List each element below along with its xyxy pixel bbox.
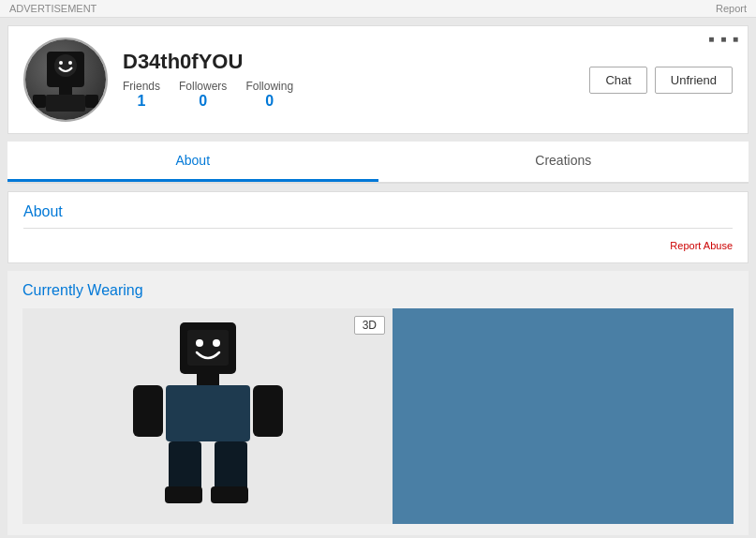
svg-point-11 [213, 339, 220, 347]
tab-about[interactable]: About [7, 142, 378, 182]
svg-point-2 [59, 61, 63, 65]
svg-rect-14 [133, 385, 163, 437]
about-divider [23, 228, 733, 229]
chat-button[interactable]: Chat [589, 67, 646, 94]
friends-label: Friends [123, 80, 160, 93]
svg-rect-16 [169, 441, 201, 493]
advertisement-label: ADVERTISEMENT [9, 3, 96, 14]
about-title: About [23, 203, 733, 220]
svg-rect-12 [197, 374, 219, 385]
svg-rect-13 [166, 385, 250, 441]
more-options-icon[interactable]: ■ ■ ■ [708, 34, 740, 44]
svg-point-3 [68, 61, 72, 65]
profile-left: D34th0fYOU Friends 1 Followers 0 Followi… [23, 37, 293, 122]
following-value: 0 [265, 93, 274, 110]
svg-rect-4 [59, 87, 72, 95]
username: D34th0fYOU [123, 50, 293, 74]
stat-followers: Followers 0 [179, 80, 227, 110]
stat-following: Following 0 [245, 80, 293, 110]
profile-info: D34th0fYOU Friends 1 Followers 0 Followi… [123, 50, 293, 110]
btn-3d[interactable]: 3D [354, 316, 385, 335]
following-label: Following [245, 80, 293, 93]
unfriend-button[interactable]: Unfriend [655, 67, 733, 94]
svg-point-10 [196, 339, 203, 347]
profile-actions: Chat Unfriend [589, 67, 733, 94]
followers-label: Followers [179, 80, 227, 93]
wearing-title: Currently Wearing [22, 282, 734, 299]
stat-friends: Friends 1 [123, 80, 160, 110]
svg-rect-6 [33, 95, 46, 108]
top-bar: ADVERTISEMENT Report [0, 0, 756, 18]
avatar-inner [25, 39, 106, 120]
wearing-section: Currently Wearing 3D [7, 271, 749, 535]
tabs-bar: About Creations [7, 142, 749, 184]
svg-rect-19 [211, 486, 248, 503]
svg-rect-15 [253, 385, 283, 437]
svg-rect-9 [187, 330, 229, 366]
wearing-character-svg [114, 313, 302, 519]
about-section: About Report Abuse [7, 191, 749, 263]
report-abuse-link[interactable]: Report Abuse [23, 236, 733, 251]
followers-value: 0 [199, 93, 207, 110]
report-link[interactable]: Report [716, 3, 747, 14]
friends-value: 1 [138, 93, 146, 110]
wearing-character-panel: 3D [22, 308, 393, 524]
svg-point-1 [54, 54, 77, 77]
tab-creations[interactable]: Creations [378, 142, 749, 182]
svg-rect-7 [85, 95, 98, 108]
stats-row: Friends 1 Followers 0 Following 0 [123, 80, 293, 110]
svg-rect-17 [215, 441, 247, 493]
avatar [23, 37, 108, 122]
svg-rect-5 [46, 95, 85, 112]
svg-rect-18 [165, 486, 202, 503]
wearing-preview-panel [393, 308, 734, 524]
profile-card: D34th0fYOU Friends 1 Followers 0 Followi… [7, 25, 749, 134]
avatar-svg [33, 47, 98, 112]
wearing-content: 3D [22, 308, 734, 524]
